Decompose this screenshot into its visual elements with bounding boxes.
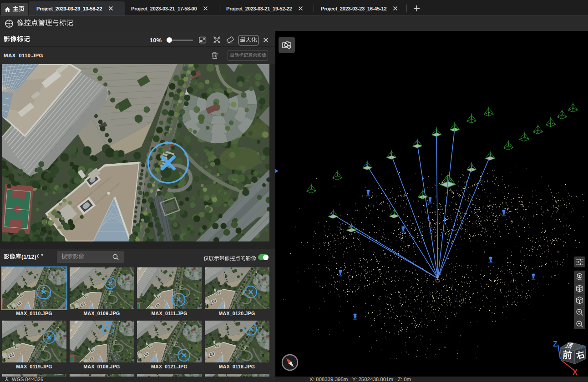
svg-text:X: X (573, 368, 578, 375)
svg-text:Z: Z (553, 340, 558, 348)
